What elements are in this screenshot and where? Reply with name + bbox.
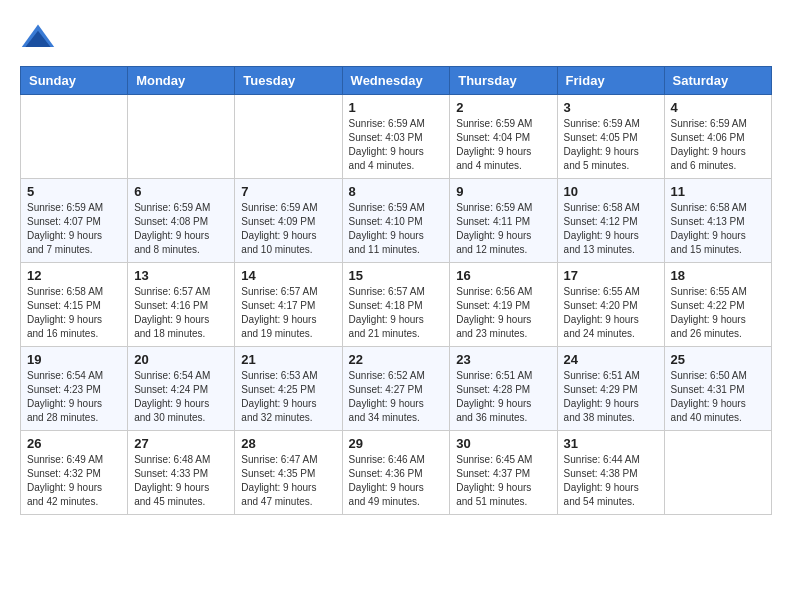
day-number: 17 [564, 268, 658, 283]
day-number: 16 [456, 268, 550, 283]
day-number: 5 [27, 184, 121, 199]
day-cell: 11Sunrise: 6:58 AM Sunset: 4:13 PM Dayli… [664, 179, 771, 263]
day-number: 24 [564, 352, 658, 367]
calendar: SundayMondayTuesdayWednesdayThursdayFrid… [20, 66, 772, 515]
day-number: 11 [671, 184, 765, 199]
logo-icon [20, 20, 56, 56]
day-number: 18 [671, 268, 765, 283]
day-number: 8 [349, 184, 444, 199]
day-info: Sunrise: 6:53 AM Sunset: 4:25 PM Dayligh… [241, 369, 335, 425]
week-row-3: 12Sunrise: 6:58 AM Sunset: 4:15 PM Dayli… [21, 263, 772, 347]
week-row-5: 26Sunrise: 6:49 AM Sunset: 4:32 PM Dayli… [21, 431, 772, 515]
day-number: 15 [349, 268, 444, 283]
day-info: Sunrise: 6:54 AM Sunset: 4:23 PM Dayligh… [27, 369, 121, 425]
day-number: 6 [134, 184, 228, 199]
day-cell: 5Sunrise: 6:59 AM Sunset: 4:07 PM Daylig… [21, 179, 128, 263]
day-number: 3 [564, 100, 658, 115]
day-info: Sunrise: 6:56 AM Sunset: 4:19 PM Dayligh… [456, 285, 550, 341]
day-cell: 17Sunrise: 6:55 AM Sunset: 4:20 PM Dayli… [557, 263, 664, 347]
day-info: Sunrise: 6:50 AM Sunset: 4:31 PM Dayligh… [671, 369, 765, 425]
day-number: 27 [134, 436, 228, 451]
week-row-4: 19Sunrise: 6:54 AM Sunset: 4:23 PM Dayli… [21, 347, 772, 431]
day-number: 28 [241, 436, 335, 451]
day-cell: 22Sunrise: 6:52 AM Sunset: 4:27 PM Dayli… [342, 347, 450, 431]
weekday-header-row: SundayMondayTuesdayWednesdayThursdayFrid… [21, 67, 772, 95]
day-cell: 7Sunrise: 6:59 AM Sunset: 4:09 PM Daylig… [235, 179, 342, 263]
week-row-1: 1Sunrise: 6:59 AM Sunset: 4:03 PM Daylig… [21, 95, 772, 179]
day-cell: 25Sunrise: 6:50 AM Sunset: 4:31 PM Dayli… [664, 347, 771, 431]
day-number: 1 [349, 100, 444, 115]
day-info: Sunrise: 6:54 AM Sunset: 4:24 PM Dayligh… [134, 369, 228, 425]
day-number: 30 [456, 436, 550, 451]
day-info: Sunrise: 6:59 AM Sunset: 4:08 PM Dayligh… [134, 201, 228, 257]
day-info: Sunrise: 6:46 AM Sunset: 4:36 PM Dayligh… [349, 453, 444, 509]
day-info: Sunrise: 6:44 AM Sunset: 4:38 PM Dayligh… [564, 453, 658, 509]
day-info: Sunrise: 6:51 AM Sunset: 4:28 PM Dayligh… [456, 369, 550, 425]
day-cell [128, 95, 235, 179]
day-info: Sunrise: 6:52 AM Sunset: 4:27 PM Dayligh… [349, 369, 444, 425]
day-number: 21 [241, 352, 335, 367]
day-cell: 27Sunrise: 6:48 AM Sunset: 4:33 PM Dayli… [128, 431, 235, 515]
day-number: 9 [456, 184, 550, 199]
day-cell: 18Sunrise: 6:55 AM Sunset: 4:22 PM Dayli… [664, 263, 771, 347]
day-cell: 30Sunrise: 6:45 AM Sunset: 4:37 PM Dayli… [450, 431, 557, 515]
day-cell: 4Sunrise: 6:59 AM Sunset: 4:06 PM Daylig… [664, 95, 771, 179]
day-cell [21, 95, 128, 179]
weekday-header-wednesday: Wednesday [342, 67, 450, 95]
day-cell: 20Sunrise: 6:54 AM Sunset: 4:24 PM Dayli… [128, 347, 235, 431]
day-number: 12 [27, 268, 121, 283]
day-number: 20 [134, 352, 228, 367]
day-cell: 10Sunrise: 6:58 AM Sunset: 4:12 PM Dayli… [557, 179, 664, 263]
day-cell: 13Sunrise: 6:57 AM Sunset: 4:16 PM Dayli… [128, 263, 235, 347]
day-cell: 16Sunrise: 6:56 AM Sunset: 4:19 PM Dayli… [450, 263, 557, 347]
day-number: 13 [134, 268, 228, 283]
day-info: Sunrise: 6:57 AM Sunset: 4:18 PM Dayligh… [349, 285, 444, 341]
day-cell: 26Sunrise: 6:49 AM Sunset: 4:32 PM Dayli… [21, 431, 128, 515]
day-cell: 29Sunrise: 6:46 AM Sunset: 4:36 PM Dayli… [342, 431, 450, 515]
logo [20, 20, 62, 56]
page-header [20, 20, 772, 56]
day-info: Sunrise: 6:47 AM Sunset: 4:35 PM Dayligh… [241, 453, 335, 509]
day-cell: 1Sunrise: 6:59 AM Sunset: 4:03 PM Daylig… [342, 95, 450, 179]
day-cell: 28Sunrise: 6:47 AM Sunset: 4:35 PM Dayli… [235, 431, 342, 515]
day-info: Sunrise: 6:59 AM Sunset: 4:03 PM Dayligh… [349, 117, 444, 173]
day-info: Sunrise: 6:57 AM Sunset: 4:17 PM Dayligh… [241, 285, 335, 341]
day-cell: 19Sunrise: 6:54 AM Sunset: 4:23 PM Dayli… [21, 347, 128, 431]
day-info: Sunrise: 6:59 AM Sunset: 4:04 PM Dayligh… [456, 117, 550, 173]
day-info: Sunrise: 6:59 AM Sunset: 4:07 PM Dayligh… [27, 201, 121, 257]
weekday-header-saturday: Saturday [664, 67, 771, 95]
weekday-header-monday: Monday [128, 67, 235, 95]
day-number: 23 [456, 352, 550, 367]
day-info: Sunrise: 6:55 AM Sunset: 4:22 PM Dayligh… [671, 285, 765, 341]
day-info: Sunrise: 6:59 AM Sunset: 4:10 PM Dayligh… [349, 201, 444, 257]
day-info: Sunrise: 6:48 AM Sunset: 4:33 PM Dayligh… [134, 453, 228, 509]
day-cell [235, 95, 342, 179]
day-info: Sunrise: 6:59 AM Sunset: 4:11 PM Dayligh… [456, 201, 550, 257]
day-cell: 2Sunrise: 6:59 AM Sunset: 4:04 PM Daylig… [450, 95, 557, 179]
day-cell: 8Sunrise: 6:59 AM Sunset: 4:10 PM Daylig… [342, 179, 450, 263]
day-info: Sunrise: 6:49 AM Sunset: 4:32 PM Dayligh… [27, 453, 121, 509]
day-info: Sunrise: 6:57 AM Sunset: 4:16 PM Dayligh… [134, 285, 228, 341]
day-cell: 12Sunrise: 6:58 AM Sunset: 4:15 PM Dayli… [21, 263, 128, 347]
day-cell: 3Sunrise: 6:59 AM Sunset: 4:05 PM Daylig… [557, 95, 664, 179]
day-number: 7 [241, 184, 335, 199]
weekday-header-thursday: Thursday [450, 67, 557, 95]
day-info: Sunrise: 6:45 AM Sunset: 4:37 PM Dayligh… [456, 453, 550, 509]
day-number: 2 [456, 100, 550, 115]
day-cell: 31Sunrise: 6:44 AM Sunset: 4:38 PM Dayli… [557, 431, 664, 515]
weekday-header-tuesday: Tuesday [235, 67, 342, 95]
day-number: 29 [349, 436, 444, 451]
day-cell [664, 431, 771, 515]
day-number: 4 [671, 100, 765, 115]
day-cell: 6Sunrise: 6:59 AM Sunset: 4:08 PM Daylig… [128, 179, 235, 263]
day-number: 19 [27, 352, 121, 367]
day-number: 22 [349, 352, 444, 367]
day-info: Sunrise: 6:58 AM Sunset: 4:15 PM Dayligh… [27, 285, 121, 341]
day-cell: 24Sunrise: 6:51 AM Sunset: 4:29 PM Dayli… [557, 347, 664, 431]
day-info: Sunrise: 6:51 AM Sunset: 4:29 PM Dayligh… [564, 369, 658, 425]
day-number: 31 [564, 436, 658, 451]
day-number: 25 [671, 352, 765, 367]
day-number: 26 [27, 436, 121, 451]
weekday-header-sunday: Sunday [21, 67, 128, 95]
day-number: 10 [564, 184, 658, 199]
